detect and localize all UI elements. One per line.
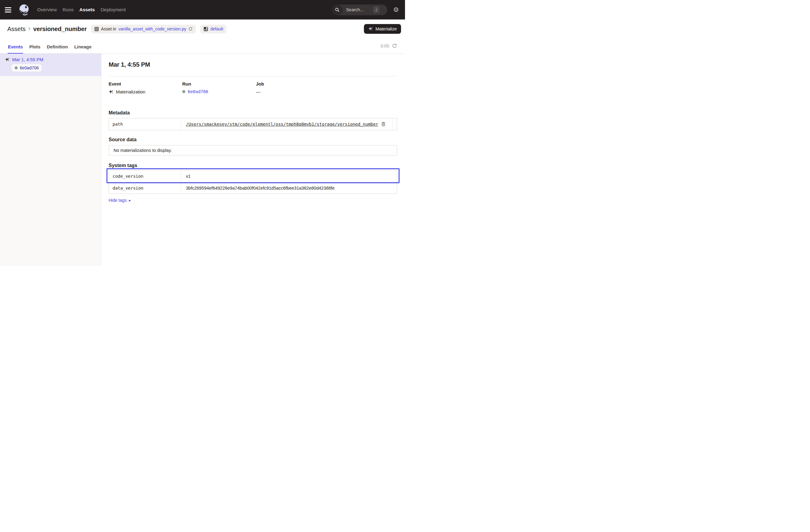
tabs-bar: Events Plots Definition Lineage 0:05 xyxy=(0,38,405,53)
hide-tags-link[interactable]: Hide tags xyxy=(109,198,131,203)
table-row-data-version: data_version 3bfc269594ef649228e9a74bab0… xyxy=(109,182,397,194)
top-nav: Overview Runs Assets Deployment / ⚙ xyxy=(0,0,405,19)
materialization-sparkle-icon xyxy=(109,90,113,94)
nav-item-deployment[interactable]: Deployment xyxy=(100,6,127,14)
system-tags-table-wrap: code_version v1 data_version 3bfc269594e… xyxy=(109,170,397,194)
search-icon xyxy=(332,4,343,15)
event-detail-panel: Mar 1, 4:55 PM Event Materialization xyxy=(101,53,405,266)
settings-gear-icon[interactable]: ⚙ xyxy=(393,7,399,13)
run-id-link[interactable]: 6e0ad706 xyxy=(188,89,208,94)
table-row-code-version: code_version v1 xyxy=(109,171,397,182)
metadata-heading: Metadata xyxy=(109,110,397,116)
tag-key: data_version xyxy=(109,182,181,194)
materialize-label: Materialize xyxy=(375,27,397,31)
repo-badge: default xyxy=(200,25,226,33)
page-header: Assets › versioned_number Asset in vanil… xyxy=(0,19,405,38)
sparkle-icon xyxy=(368,27,373,31)
tag-key: code_version xyxy=(109,171,181,182)
run-id-label: 6e0ad706 xyxy=(20,65,39,70)
tag-value: v1 xyxy=(181,171,397,182)
repo-link[interactable]: default xyxy=(210,27,223,31)
search-shortcut-key: / xyxy=(373,6,379,13)
system-tags-heading: System tags xyxy=(109,163,397,168)
nav-item-runs[interactable]: Runs xyxy=(62,6,74,14)
metadata-table: path /Users/smackesey/stm/code/elementl/… xyxy=(109,118,397,130)
asset-definition-badge: Asset in vanilla_asset_with_code_version… xyxy=(91,25,196,33)
job-value: — xyxy=(256,89,260,94)
page-title: versioned_number xyxy=(33,26,87,33)
hamburger-menu-icon[interactable] xyxy=(5,5,13,14)
search-input[interactable] xyxy=(345,7,373,13)
materialization-sparkle-icon xyxy=(5,57,10,62)
refresh-icon[interactable] xyxy=(392,43,397,48)
event-detail-title: Mar 1, 4:55 PM xyxy=(109,61,397,68)
hide-tags-label: Hide tags xyxy=(109,198,127,203)
tab-lineage[interactable]: Lineage xyxy=(74,44,92,53)
dagster-logo-icon[interactable] xyxy=(18,4,30,16)
tab-definition[interactable]: Definition xyxy=(47,44,68,53)
job-label: Job xyxy=(256,81,329,86)
system-tags-table: code_version v1 data_version 3bfc269594e… xyxy=(109,170,397,194)
dagster-app: Overview Runs Assets Deployment / ⚙ Asse… xyxy=(0,0,405,266)
source-data-empty-box: No materializations to display. xyxy=(109,145,397,156)
run-status-dot xyxy=(15,66,18,69)
nav-links: Overview Runs Assets Deployment xyxy=(36,6,126,14)
tag-value: 3bfc269594ef649228e9a74bab00f042efc91d5a… xyxy=(181,182,397,194)
reload-definition-icon[interactable] xyxy=(188,27,193,31)
workspace-icon xyxy=(204,27,208,31)
search-box[interactable]: / xyxy=(332,4,387,15)
metadata-path-link[interactable]: /Users/smackesey/stm/code/elementl/oss/t… xyxy=(186,122,378,127)
refresh-countdown: 0:05 xyxy=(380,44,389,48)
asset-tabs: Events Plots Definition Lineage xyxy=(7,44,92,53)
run-status-dot xyxy=(182,90,185,93)
nav-item-assets[interactable]: Assets xyxy=(79,6,96,14)
copy-icon[interactable] xyxy=(381,122,386,127)
event-type-value: Materialization xyxy=(116,89,145,94)
events-sidebar: Mar 1, 4:55 PM 6e0ad706 xyxy=(0,53,101,266)
content-area: Mar 1, 4:55 PM 6e0ad706 Mar 1, 4:55 PM E… xyxy=(0,53,405,266)
materialize-button[interactable]: Materialize xyxy=(364,24,401,34)
nav-item-overview[interactable]: Overview xyxy=(36,6,58,14)
run-label: Run xyxy=(182,81,256,86)
source-data-empty-text: No materializations to display. xyxy=(113,148,172,153)
tab-events[interactable]: Events xyxy=(7,44,23,53)
asset-grid-icon xyxy=(94,27,99,31)
asset-badge-prefix: Asset in xyxy=(101,27,116,31)
breadcrumb-assets[interactable]: Assets xyxy=(7,26,26,33)
event-label: Event xyxy=(109,81,182,86)
metadata-row-end-cell xyxy=(392,118,397,130)
run-id-pill[interactable]: 6e0ad706 xyxy=(12,64,42,71)
tab-plots[interactable]: Plots xyxy=(29,44,41,53)
event-timestamp[interactable]: Mar 1, 4:55 PM xyxy=(12,57,44,62)
breadcrumb-chevron-icon: › xyxy=(28,25,30,32)
source-data-heading: Source data xyxy=(109,137,397,142)
caret-up-icon xyxy=(128,200,131,201)
event-list-item[interactable]: Mar 1, 4:55 PM 6e0ad706 xyxy=(0,53,101,76)
asset-file-link[interactable]: vanilla_asset_with_code_version.py xyxy=(118,27,186,31)
metadata-key: path xyxy=(109,118,181,130)
auto-refresh: 0:05 xyxy=(380,43,397,48)
event-run-job-row: Event Materialization Run 6e0ad xyxy=(109,81,397,94)
